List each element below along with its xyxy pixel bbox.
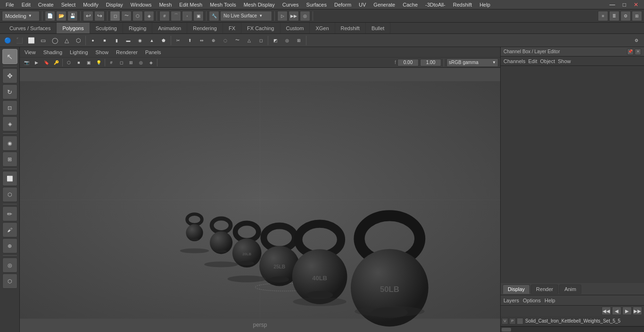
xray-btn[interactable]: ◈ <box>146 58 156 67</box>
tab-animation[interactable]: Animation <box>152 23 187 33</box>
layer-forward-btn[interactable]: ▶ <box>622 307 632 315</box>
anim-tab[interactable]: Anim <box>559 284 581 294</box>
new-file-btn[interactable]: 📄 <box>45 11 55 21</box>
options-menu[interactable]: Options <box>523 298 541 303</box>
tab-rendering[interactable]: Rendering <box>187 23 223 33</box>
tab-curves-surfaces[interactable]: Curves / Surfaces <box>4 23 57 33</box>
layer-prev-btn[interactable]: ◀◀ <box>602 307 611 315</box>
menu-modify[interactable]: Modify <box>79 0 102 9</box>
lasso-select[interactable]: ⬡ <box>2 187 17 202</box>
menu-curves[interactable]: Curves <box>279 0 303 9</box>
tool-settings-btn[interactable]: ⚙ <box>620 11 631 21</box>
insert-edge-btn[interactable]: ✂ <box>173 35 184 46</box>
object-menu[interactable]: Object <box>540 58 555 64</box>
tab-polygons[interactable]: Polygons <box>57 23 90 33</box>
tab-redshift[interactable]: Redshift <box>335 23 366 33</box>
soft-select-btn[interactable]: ◈ <box>144 11 154 21</box>
channels-menu[interactable]: Channels <box>504 58 525 64</box>
quad-btn[interactable]: ◻ <box>255 35 266 46</box>
viewport-lighting-menu[interactable]: Lighting <box>68 49 90 55</box>
help-menu[interactable]: Help <box>545 298 555 303</box>
scene-btn[interactable]: ⬡ <box>2 274 17 289</box>
disk-btn[interactable]: ⬡ <box>73 35 84 46</box>
region-select[interactable]: ⬜ <box>2 171 17 186</box>
cone-btn[interactable]: △ <box>61 35 72 46</box>
bevel-btn[interactable]: ◩ <box>270 35 281 46</box>
key-btn[interactable]: 🔑 <box>51 58 61 67</box>
hud-btn[interactable]: ◻ <box>116 58 126 67</box>
cube-btn[interactable]: ⬛ <box>14 35 25 46</box>
render-frame-btn[interactable]: ▷ <box>277 11 288 21</box>
close-button[interactable]: ✕ <box>630 0 642 9</box>
camera-far-input[interactable] <box>420 59 441 66</box>
display-tab[interactable]: Display <box>503 284 530 294</box>
shelf-settings-btn[interactable]: ⚙ <box>631 35 642 46</box>
live-surface-btn[interactable]: 🔧 <box>209 11 219 21</box>
extrude-btn[interactable]: ⬆ <box>184 35 196 46</box>
lights-btn[interactable]: 💡 <box>94 58 103 67</box>
soft-select-tool[interactable]: ◉ <box>2 136 17 151</box>
snap-options-btn[interactable]: ⊞ <box>126 58 136 67</box>
poly-prism-btn[interactable]: ⬟ <box>158 35 169 46</box>
fill-hole-btn[interactable]: ◌ <box>220 35 231 46</box>
solid-btn[interactable]: ■ <box>74 58 83 67</box>
snap-curve-btn[interactable]: ⌒ <box>171 11 181 21</box>
scrollbar-thumb[interactable] <box>502 328 511 332</box>
smooth-btn[interactable]: 〜 <box>231 35 243 46</box>
show-manip[interactable]: ⊞ <box>2 152 17 167</box>
save-file-btn[interactable]: 💾 <box>67 11 78 21</box>
plane-btn[interactable]: ▭ <box>37 35 49 46</box>
menu-display[interactable]: Display <box>102 0 127 9</box>
scale-tool[interactable]: ⊡ <box>2 100 17 115</box>
grid-btn[interactable]: # <box>107 58 116 67</box>
paint-btn[interactable]: 🖌 <box>2 222 17 237</box>
restore-button[interactable]: □ <box>619 0 630 9</box>
undo-btn[interactable]: ↩ <box>83 11 93 21</box>
menu-windows[interactable]: Windows <box>127 0 156 9</box>
select-tool-btn[interactable]: ◻ <box>110 11 120 21</box>
rp-pin-btn[interactable]: 📌 <box>627 49 634 55</box>
tab-xgen[interactable]: XGen <box>310 23 335 33</box>
tex-btn[interactable]: ▣ <box>84 58 93 67</box>
menu-mesh[interactable]: Mesh <box>155 0 175 9</box>
camera-near-input[interactable] <box>397 59 419 66</box>
hypergraph-btn[interactable]: ⊞ <box>632 11 642 21</box>
snap-surface-btn[interactable]: ▣ <box>193 11 204 21</box>
attribute-editor-btn[interactable]: ≣ <box>609 11 619 21</box>
layer-playback-btn[interactable]: P <box>509 318 516 324</box>
minimize-button[interactable]: — <box>606 0 619 9</box>
bridge-btn[interactable]: ⇔ <box>196 35 207 46</box>
lasso-tool-btn[interactable]: 〜 <box>121 11 132 21</box>
move-tool[interactable]: ✥ <box>2 68 17 83</box>
menu-edit-mesh[interactable]: Edit Mesh <box>175 0 206 9</box>
tab-sculpting[interactable]: Sculpting <box>90 23 123 33</box>
cylinder-btn[interactable]: ⬜ <box>25 35 37 46</box>
rp-close-btn[interactable]: ✕ <box>635 49 641 55</box>
tab-fx[interactable]: FX <box>223 23 241 33</box>
menu-surfaces[interactable]: Surfaces <box>303 0 330 9</box>
rotate-tool[interactable]: ↻ <box>2 84 17 99</box>
menu-uv[interactable]: UV <box>355 0 370 9</box>
channel-box-btn[interactable]: ≡ <box>598 11 608 21</box>
merge-btn[interactable]: ⊕ <box>208 35 219 46</box>
redo-btn[interactable]: ↪ <box>94 11 105 21</box>
menu-help[interactable]: Help <box>476 0 494 9</box>
viewport-renderer-menu[interactable]: Renderer <box>114 49 140 55</box>
poly-torus-btn[interactable]: ◉ <box>134 35 146 46</box>
render-sequence-btn[interactable]: ▶▶ <box>289 11 299 21</box>
viewport-panels-menu[interactable]: Panels <box>143 49 163 55</box>
snap-point-btn[interactable]: ◦ <box>182 11 192 21</box>
poly-cube-btn[interactable]: ■ <box>99 35 110 46</box>
edit-menu[interactable]: Edit <box>528 58 537 64</box>
menu-edit[interactable]: Edit <box>18 0 34 9</box>
live-surface-dropdown[interactable]: No Live Surface ▼ <box>220 11 272 21</box>
viewport[interactable]: View Shading Lighting Show Renderer Pane… <box>20 47 500 332</box>
layer-back-btn[interactable]: ◀ <box>612 307 621 315</box>
menu-file[interactable]: File <box>2 0 18 9</box>
colorspace-dropdown[interactable]: sRGB gamma ▼ <box>446 58 498 67</box>
select-tool[interactable]: ↖ <box>2 49 17 64</box>
torus-btn[interactable]: ◯ <box>49 35 60 46</box>
show-menu[interactable]: Show <box>558 58 571 64</box>
render-tab[interactable]: Render <box>531 284 558 294</box>
ipr-render-btn[interactable]: ◎ <box>300 11 310 21</box>
